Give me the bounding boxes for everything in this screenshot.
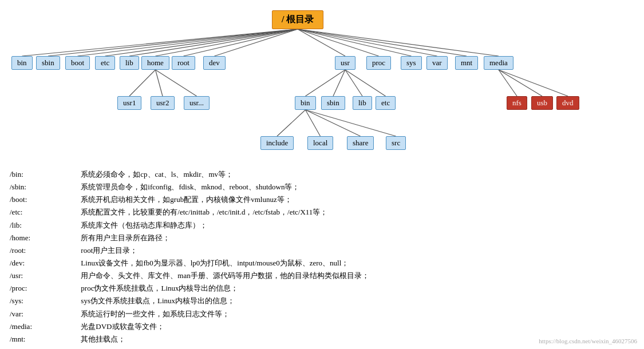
svg-line-13 <box>298 29 499 56</box>
node-src: src <box>386 136 406 150</box>
desc-text: 光盘DVD或软盘等文件； <box>80 320 635 333</box>
desc-text: 所有用户主目录所在路径； <box>80 232 635 244</box>
node-usr-bin: bin <box>295 96 316 110</box>
node-dvd: dvd <box>556 96 579 110</box>
desc-row: /etc:系统配置文件，比较重要的有/etc/inittab，/etc/init… <box>9 206 635 219</box>
desc-key: /usr: <box>9 269 80 282</box>
svg-line-11 <box>298 29 437 56</box>
node-etc: etc <box>95 56 115 70</box>
node-sbin: sbin <box>36 56 60 70</box>
svg-line-9 <box>298 29 379 56</box>
node-usr: usr <box>335 56 355 70</box>
svg-line-12 <box>298 29 467 56</box>
desc-key: /home: <box>9 232 80 244</box>
desc-row: /media:光盘DVD或软盘等文件； <box>9 320 635 333</box>
desc-text: 系统管理员命令，如ifconfig、fdisk、mknod、reboot、shu… <box>80 181 635 193</box>
desc-key: /sbin: <box>9 181 80 193</box>
svg-line-1 <box>48 29 298 56</box>
node-usr-lib: lib <box>353 96 372 110</box>
node-mnt: mnt <box>455 56 478 70</box>
desc-key: /dev: <box>9 257 80 269</box>
node-var: var <box>426 56 448 70</box>
svg-line-4 <box>129 29 298 56</box>
svg-line-26 <box>306 110 361 136</box>
svg-line-7 <box>215 29 298 56</box>
svg-line-5 <box>156 29 298 56</box>
node-usr-sbin: sbin <box>321 96 345 110</box>
svg-line-8 <box>298 29 345 56</box>
node-include: include <box>260 136 294 150</box>
desc-text: Linux设备文件，如fb0为显示器、lp0为打印机、intput/mouse0… <box>80 257 635 269</box>
node-usr-dots: usr... <box>184 96 210 110</box>
watermark: https://blog.csdn.net/weixin_46027506 <box>539 338 637 344</box>
desc-key: /mnt: <box>9 333 80 346</box>
desc-text: 系统开机启动相关文件，如grub配置，内核镜像文件vmlunuz等； <box>80 193 635 206</box>
desc-key: /bin: <box>9 168 80 181</box>
svg-line-24 <box>277 110 306 136</box>
node-boot: boot <box>65 56 90 70</box>
node-share: share <box>347 136 374 150</box>
node-root: root <box>172 56 195 70</box>
node-local: local <box>307 136 333 150</box>
node-usr2: usr2 <box>151 96 175 110</box>
svg-line-20 <box>345 70 386 96</box>
svg-line-14 <box>129 70 156 96</box>
desc-key: /boot: <box>9 193 80 206</box>
root-node: / 根目录 <box>272 10 323 29</box>
svg-line-25 <box>306 110 321 136</box>
desc-text: 系统配置文件，比较重要的有/etc/inittab，/etc/init.d，/e… <box>80 206 635 219</box>
desc-text: 系统库文件（包括动态库和静态库）； <box>80 219 635 232</box>
desc-text: sys伪文件系统挂载点，Linux内核导出的信息； <box>80 295 635 307</box>
desc-key: /media: <box>9 320 80 333</box>
desc-text: 用户命令、头文件、库文件、man手册、源代码等用户数据，他的目录结构类似根目录； <box>80 269 635 282</box>
desc-key: /lib: <box>9 219 80 232</box>
svg-line-2 <box>78 29 298 56</box>
svg-line-27 <box>306 110 396 136</box>
svg-line-15 <box>156 70 163 96</box>
svg-line-6 <box>184 29 298 56</box>
desc-key: /sys: <box>9 295 80 307</box>
desc-text: root用户主目录； <box>80 244 635 257</box>
svg-line-17 <box>306 70 346 96</box>
node-lib: lib <box>120 56 139 70</box>
desc-row: /usr:用户命令、头文件、库文件、man手册、源代码等用户数据，他的目录结构类… <box>9 269 635 282</box>
node-usb: usb <box>531 96 553 110</box>
svg-line-22 <box>499 70 542 96</box>
desc-row: /sbin:系统管理员命令，如ifconfig、fdisk、mknod、rebo… <box>9 181 635 193</box>
desc-key: /root: <box>9 244 80 257</box>
node-media: media <box>484 56 513 70</box>
svg-line-10 <box>298 29 412 56</box>
desc-row: /proc:proc伪文件系统挂载点，Linux内核导出的信息； <box>9 282 635 295</box>
desc-key: /proc: <box>9 282 80 295</box>
node-usr1: usr1 <box>117 96 141 110</box>
svg-line-19 <box>345 70 362 96</box>
desc-key: /etc: <box>9 206 80 219</box>
desc-row: /home:所有用户主目录所在路径； <box>9 232 635 244</box>
svg-line-23 <box>499 70 568 96</box>
desc-key: /var: <box>9 308 80 320</box>
desc-row: /sys:sys伪文件系统挂载点，Linux内核导出的信息； <box>9 295 635 307</box>
node-nfs: nfs <box>507 96 527 110</box>
node-home: home <box>141 56 169 70</box>
node-bin: bin <box>11 56 33 70</box>
desc-text: 系统必须命令，如cp、cat、ls、mkdir、mv等； <box>80 168 635 181</box>
svg-line-0 <box>22 29 298 56</box>
desc-row: /lib:系统库文件（包括动态库和静态库）； <box>9 219 635 232</box>
directory-tree: / 根目录 bin sbin boot etc lib home root de… <box>9 6 638 166</box>
desc-row: /dev:Linux设备文件，如fb0为显示器、lp0为打印机、intput/m… <box>9 257 635 269</box>
desc-text: proc伪文件系统挂载点，Linux内核导出的信息； <box>80 282 635 295</box>
desc-text: 系统运行时的一些文件，如系统日志文件等； <box>80 308 635 320</box>
desc-row: /root:root用户主目录； <box>9 244 635 257</box>
desc-row: /bin:系统必须命令，如cp、cat、ls、mkdir、mv等； <box>9 168 635 181</box>
svg-line-18 <box>333 70 345 96</box>
desc-row: /var:系统运行时的一些文件，如系统日志文件等； <box>9 308 635 320</box>
node-sys: sys <box>401 56 422 70</box>
node-dev: dev <box>203 56 226 70</box>
svg-line-3 <box>105 29 298 56</box>
svg-line-16 <box>156 70 197 96</box>
node-usr-etc: etc <box>376 96 396 110</box>
node-proc: proc <box>366 56 391 70</box>
description-table: /bin:系统必须命令，如cp、cat、ls、mkdir、mv等；/sbin:系… <box>9 168 635 346</box>
svg-line-21 <box>499 70 517 96</box>
desc-row: /boot:系统开机启动相关文件，如grub配置，内核镜像文件vmlunuz等； <box>9 193 635 206</box>
